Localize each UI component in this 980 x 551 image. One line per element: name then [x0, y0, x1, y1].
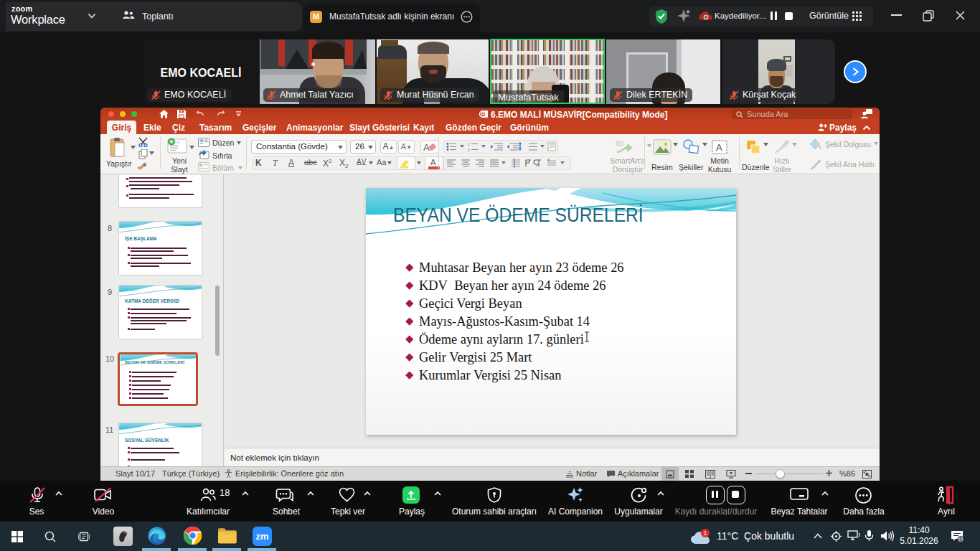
svg-text:1: 1: [703, 529, 707, 537]
svg-text:A: A: [716, 142, 722, 153]
svg-text:A: A: [423, 142, 430, 152]
svg-text:1: 1: [468, 143, 470, 146]
svg-text:2: 2: [468, 149, 470, 152]
svg-text:1: 1: [959, 536, 962, 542]
